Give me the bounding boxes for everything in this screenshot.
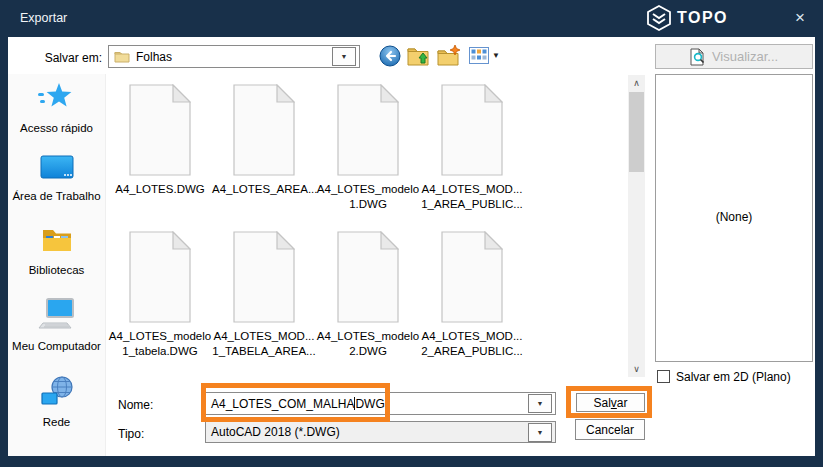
save-button[interactable]: Salvar	[576, 393, 645, 412]
up-one-level-icon	[406, 44, 430, 68]
file-name-dropdown-button[interactable]: ▼	[528, 394, 552, 413]
file-name: A4_LOTES_MOD... 2_AREA_PUBLIC...	[420, 329, 524, 359]
file-name: A4_LOTES_modelo 1_tabela.DWG	[108, 329, 212, 359]
new-folder-button[interactable]	[436, 44, 462, 72]
file-item[interactable]: A4_LOTES.DWG	[108, 84, 212, 197]
computer-icon	[37, 296, 77, 332]
back-button[interactable]	[379, 45, 401, 71]
titlebar: Exportar TOPO ×	[0, 0, 823, 37]
cancel-button[interactable]: Cancelar	[575, 419, 645, 440]
sidebar-item-label: Acesso rápido	[8, 121, 105, 135]
file-item[interactable]: A4_LOTES_modelo 1.DWG	[316, 84, 420, 212]
file-icon	[129, 84, 191, 176]
file-name: A4_LOTES_modelo 2.DWG	[316, 329, 420, 359]
save-in-label: Salvar em:	[28, 51, 102, 65]
file-type-combobox[interactable]: AutoCAD 2018 (*.DWG) ▼	[205, 421, 556, 443]
preview-placeholder: (None)	[656, 210, 812, 224]
file-name: A4_LOTES_MOD... 1_TABELA_AREA...	[212, 329, 316, 359]
scroll-up-arrow-icon[interactable]: ∧	[628, 75, 645, 91]
file-icon	[129, 231, 191, 323]
location-value: Folhas	[136, 50, 172, 64]
file-name-value: A4_LOTES_COM_MALHADWG	[211, 397, 385, 411]
file-item[interactable]: A4_LOTES_modelo 1_tabela.DWG	[108, 231, 212, 359]
file-item[interactable]: A4_LOTES_MOD... 2_AREA_PUBLIC...	[420, 231, 524, 359]
file-name: A4_LOTES_AREA...	[212, 182, 316, 197]
sidebar-item-label: Rede	[8, 415, 105, 429]
view-menu-button[interactable]	[469, 47, 489, 68]
file-icon	[233, 84, 295, 176]
preview-button[interactable]: Visualizar...	[655, 44, 813, 69]
view-menu-icon	[469, 47, 489, 64]
quick-access-star-icon	[36, 80, 78, 114]
file-name-label: Nome:	[118, 398, 153, 412]
file-icon	[233, 231, 295, 323]
file-name: A4_LOTES_modelo 1.DWG	[316, 182, 420, 212]
dialog-title: Exportar	[20, 11, 67, 25]
file-icon	[441, 231, 503, 323]
file-list-scrollbar[interactable]: ∧ ∨	[628, 75, 645, 377]
file-icon	[337, 231, 399, 323]
back-icon	[379, 45, 401, 67]
close-button[interactable]: ×	[786, 7, 814, 31]
libraries-icon	[39, 224, 75, 256]
view-menu-dropdown[interactable]: ▼	[492, 51, 500, 60]
file-icon	[441, 84, 503, 176]
location-combobox[interactable]: Folhas ▼	[108, 45, 360, 68]
sidebar-item-label: Bibliotecas	[8, 263, 105, 277]
sidebar-item-desktop[interactable]: Área de Trabalho	[8, 152, 105, 203]
sidebar-item-network[interactable]: Rede	[8, 374, 105, 429]
sidebar-item-label: Área de Trabalho	[8, 189, 105, 203]
folder-icon	[114, 50, 130, 63]
save-2d-checkbox-label: Salvar em 2D (Plano)	[676, 370, 791, 384]
preview-doc-magnifier-icon	[690, 48, 706, 66]
file-type-label: Tipo:	[118, 427, 144, 441]
scroll-down-arrow-icon[interactable]: ∨	[628, 361, 645, 377]
file-type-value: AutoCAD 2018 (*.DWG)	[211, 425, 340, 439]
topo-logo: TOPO	[646, 5, 728, 31]
file-name: A4_LOTES_MOD... 1_AREA_PUBLIC...	[420, 182, 524, 212]
file-item[interactable]: A4_LOTES_MOD... 1_TABELA_AREA...	[212, 231, 316, 359]
new-folder-icon	[436, 44, 462, 68]
sidebar-item-quick-access[interactable]: Acesso rápido	[8, 80, 105, 135]
file-type-dropdown-button[interactable]: ▼	[528, 423, 552, 442]
topo-logo-icon	[646, 5, 672, 31]
sidebar-item-label: Meu Computador	[8, 339, 105, 353]
preview-button-label: Visualizar...	[712, 49, 778, 64]
brand-text: TOPO	[677, 9, 728, 27]
sidebar-item-libraries[interactable]: Bibliotecas	[8, 224, 105, 277]
up-one-level-button[interactable]	[406, 44, 430, 72]
file-item[interactable]: A4_LOTES_MOD... 1_AREA_PUBLIC...	[420, 84, 524, 212]
export-dialog: Exportar TOPO × Salvar em: Folhas ▼	[0, 0, 823, 467]
preview-pane: (None)	[655, 74, 813, 362]
file-icon	[337, 84, 399, 176]
network-icon	[38, 374, 76, 408]
places-sidebar: Acesso rápido Área de Trabalho Bibliotec…	[8, 74, 106, 456]
file-item[interactable]: A4_LOTES_modelo 2.DWG	[316, 231, 420, 359]
scrollbar-thumb[interactable]	[629, 92, 644, 172]
save-2d-checkbox[interactable]	[657, 370, 670, 383]
file-name: A4_LOTES.DWG	[108, 182, 212, 197]
file-name-input[interactable]: A4_LOTES_COM_MALHADWG ▼	[205, 392, 556, 415]
desktop-icon	[38, 152, 76, 182]
location-dropdown-button[interactable]: ▼	[332, 47, 356, 66]
file-item[interactable]: A4_LOTES_AREA...	[212, 84, 316, 197]
sidebar-item-my-computer[interactable]: Meu Computador	[8, 296, 105, 353]
